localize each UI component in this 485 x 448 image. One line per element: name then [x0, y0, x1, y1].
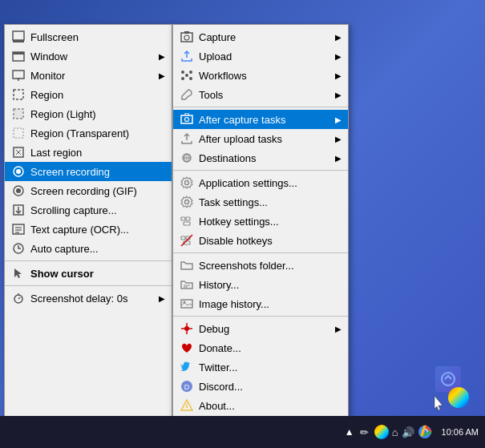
menu-item-donate[interactable]: Donate...: [173, 338, 348, 357]
task-settings-label: Task settings...: [199, 196, 342, 208]
menu-item-monitor[interactable]: Monitor ▶: [5, 66, 172, 85]
last-region-label: Last region: [30, 147, 165, 159]
fullscreen-icon: [10, 30, 27, 44]
svg-point-12: [16, 169, 21, 174]
menu-item-after-upload[interactable]: After upload tasks ▶: [173, 129, 348, 148]
image-history-icon: [178, 297, 196, 311]
menu-item-upload[interactable]: Upload ▶: [173, 46, 348, 66]
menu-item-screenshot-delay[interactable]: Screenshot delay: 0s ▶: [5, 289, 172, 308]
region-transparent-icon: [10, 126, 27, 140]
menu-item-last-region[interactable]: Last region: [5, 143, 172, 162]
cursor-indicator: [432, 396, 445, 414]
menu-item-task-settings[interactable]: Task settings...: [173, 192, 348, 212]
region-label: Region: [30, 89, 165, 101]
task-settings-icon: [178, 195, 196, 209]
tray-expand-button[interactable]: ▲: [345, 426, 354, 438]
menu-item-discord[interactable]: D Discord...: [173, 377, 348, 396]
menu-item-screenshots-folder[interactable]: Screenshots folder...: [173, 256, 348, 275]
monitor-arrow: ▶: [159, 71, 165, 80]
pen-tray-icon[interactable]: ✏: [360, 426, 369, 438]
after-capture-icon: [178, 112, 196, 127]
svg-rect-43: [184, 222, 190, 225]
menu-item-region[interactable]: Region: [5, 85, 172, 104]
right-separator-4: [173, 316, 348, 317]
left-context-menu: Fullscreen Window ▶ Monitor ▶: [4, 24, 172, 448]
bottom-tray-icons: [448, 387, 469, 408]
app-settings-label: Application settings...: [199, 177, 342, 189]
tools-icon: [178, 87, 196, 102]
svg-rect-9: [14, 128, 23, 138]
show-cursor-icon: [10, 266, 27, 281]
svg-rect-42: [186, 217, 190, 220]
left-separator-1: [5, 260, 172, 261]
capture-icon: [178, 30, 196, 44]
menu-item-after-capture[interactable]: After capture tasks ▶: [173, 110, 348, 129]
menu-item-history[interactable]: History...: [173, 275, 348, 294]
menu-item-fullscreen[interactable]: Fullscreen: [5, 27, 172, 46]
menu-item-screen-recording[interactable]: Screen recording: [5, 162, 172, 181]
menu-item-auto-capture[interactable]: Auto capture...: [5, 239, 172, 258]
hotkey-settings-icon: [178, 214, 196, 228]
after-capture-arrow: ▶: [335, 115, 342, 124]
desktop: Fullscreen Window ▶ Monitor ▶: [0, 0, 485, 448]
menu-item-text-capture[interactable]: Text capture (OCR)...: [5, 220, 172, 239]
svg-text:D: D: [184, 383, 190, 391]
svg-point-39: [185, 181, 189, 185]
svg-rect-44: [181, 236, 185, 240]
menu-item-debug[interactable]: Debug ▶: [173, 319, 348, 338]
svg-point-28: [181, 71, 184, 74]
after-upload-label: After upload tasks: [199, 133, 329, 145]
right-separator-3: [173, 252, 348, 253]
tools-arrow: ▶: [335, 91, 342, 99]
chrome-tray-icon[interactable]: [418, 425, 432, 439]
network-tray-icon[interactable]: ⌂: [392, 426, 398, 438]
tools-label: Tools: [199, 89, 329, 101]
destinations-icon: [178, 151, 196, 165]
menu-item-show-cursor[interactable]: Show cursor: [5, 264, 172, 283]
taskbar: ▲ ✏ ⌂ 🔊: [0, 416, 485, 448]
menu-item-region-transparent[interactable]: Region (Transparent): [5, 123, 172, 143]
svg-rect-8: [14, 109, 23, 119]
right-context-menu: Capture ▶ Upload ▶ Workflows ▶: [172, 24, 349, 448]
menu-item-tools[interactable]: Tools ▶: [173, 85, 348, 104]
svg-point-61: [186, 403, 187, 404]
disable-hotkeys-icon: [178, 233, 196, 248]
scrolling-capture-label: Scrolling capture...: [30, 204, 165, 216]
menu-item-window[interactable]: Window ▶: [5, 46, 172, 66]
disable-hotkeys-label: Disable hotkeys: [199, 235, 342, 247]
region-transparent-label: Region (Transparent): [30, 127, 165, 139]
menu-item-disable-hotkeys[interactable]: Disable hotkeys: [173, 231, 348, 250]
region-light-icon: [10, 107, 27, 121]
svg-point-29: [189, 71, 192, 74]
window-arrow: ▶: [159, 52, 165, 61]
menu-item-destinations[interactable]: Destinations ▶: [173, 148, 348, 167]
screenshots-folder-icon: [178, 258, 196, 272]
sharex-tray-ball[interactable]: [448, 387, 469, 408]
menu-item-image-history[interactable]: Image history...: [173, 294, 348, 313]
menu-item-screen-recording-gif[interactable]: Screen recording (GIF): [5, 181, 172, 200]
svg-point-31: [189, 77, 192, 80]
menu-item-about[interactable]: About...: [173, 396, 348, 415]
svg-point-34: [185, 118, 189, 122]
system-tray: ▲ ✏ ⌂ 🔊: [345, 425, 432, 439]
menu-item-hotkey-settings[interactable]: Hotkey settings...: [173, 212, 348, 231]
menu-item-app-settings[interactable]: Application settings...: [173, 173, 348, 192]
menu-item-scrolling-capture[interactable]: Scrolling capture...: [5, 200, 172, 220]
menu-item-region-light[interactable]: Region (Light): [5, 104, 172, 123]
window-icon: [10, 49, 27, 63]
menu-item-capture[interactable]: Capture ▶: [173, 27, 348, 46]
menu-item-workflows[interactable]: Workflows ▶: [173, 66, 348, 85]
speaker-tray-icon[interactable]: 🔊: [402, 426, 414, 438]
screenshot-delay-arrow: ▶: [159, 294, 165, 303]
workflows-label: Workflows: [199, 70, 329, 82]
history-icon: [178, 277, 196, 292]
menu-item-twitter[interactable]: Twitter...: [173, 357, 348, 377]
screenshots-folder-label: Screenshots folder...: [199, 260, 342, 272]
workflows-arrow: ▶: [335, 71, 342, 80]
fullscreen-label: Fullscreen: [30, 31, 165, 43]
app-settings-icon: [178, 176, 196, 190]
after-upload-icon: [178, 131, 196, 146]
svg-rect-3: [13, 52, 24, 54]
sharex-small-tray-icon[interactable]: [374, 425, 389, 439]
region-light-label: Region (Light): [30, 108, 165, 120]
